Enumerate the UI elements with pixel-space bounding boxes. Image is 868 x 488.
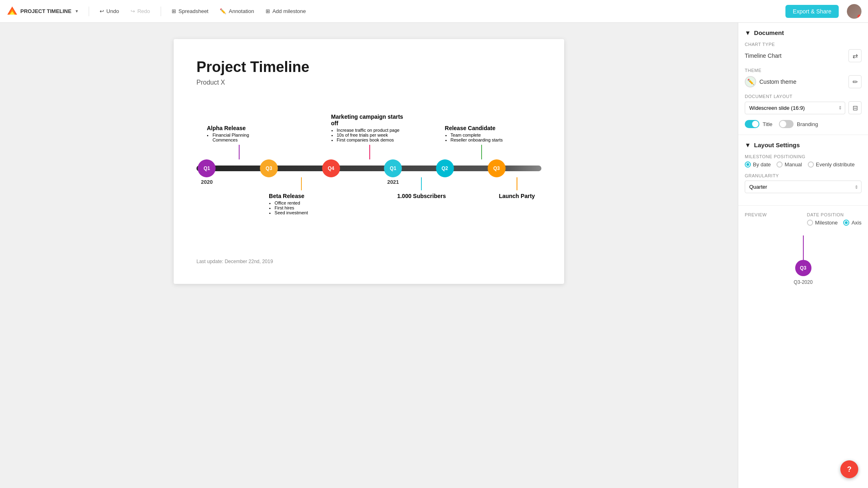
milestone-q4-2020[interactable]: Q4 (322, 159, 340, 177)
alpha-items: Financial Planning Commences (207, 133, 272, 142)
rc-item-1: Team complete (451, 133, 518, 137)
app-title-arrow[interactable]: ▼ (75, 9, 79, 13)
redo-label: Redo (137, 8, 150, 14)
branding-toggle-knob (780, 121, 786, 127)
divider-1 (89, 7, 89, 16)
marketing-title: Marketing campaign starts off (331, 113, 408, 126)
canvas-area[interactable]: Project Timeline Product X Alpha Release… (0, 23, 738, 488)
spreadsheet-button[interactable]: ⊞ Spreadsheet (168, 6, 213, 17)
app-logo[interactable]: PROJECT TIMELINE ▼ (7, 6, 79, 17)
beta-item-2: First hires (275, 205, 334, 210)
above-events: Alpha Release Financial Planning Commenc… (196, 98, 541, 159)
logo-icon (7, 6, 18, 17)
theme-row: ✏️ Custom theme ✏ (745, 75, 861, 88)
above-event-rc: Release Candidate Team complete Reseller… (445, 125, 518, 159)
radio-by-date-label: By date (753, 161, 771, 168)
help-button[interactable]: ? (840, 460, 858, 478)
beta-connector (301, 177, 302, 190)
radio-by-date[interactable]: By date (745, 161, 771, 168)
radio-evenly-distribute[interactable]: Evenly distribute (808, 161, 855, 168)
above-event-alpha: Alpha Release Financial Planning Commenc… (207, 125, 272, 159)
marketing-item-2: 10s of free trials per week (337, 133, 408, 137)
milestone-positioning-label: Milestone positioning (745, 154, 861, 159)
theme-edit-button[interactable]: ✏ (848, 75, 861, 88)
below-event-beta: Beta Release Office rented First hires S… (269, 177, 334, 215)
add-milestone-label: Add milestone (273, 8, 306, 14)
below-event-subscribers: 1.000 Subscribers (393, 177, 450, 199)
preview-col: Preview (745, 212, 767, 217)
marketing-item-3: First companies book demos (337, 137, 408, 142)
milestone-q1-2021[interactable]: Q1 (384, 159, 402, 177)
theme-label-row: ✏️ Custom theme (745, 76, 796, 87)
subscribers-title: 1.000 Subscribers (393, 193, 450, 199)
document-layout-label: Document layout (745, 94, 861, 99)
layout-settings-label: Layout Settings (754, 142, 800, 148)
slide-footer: Last update: December 22nd, 2019 (196, 259, 541, 264)
layout-settings-header[interactable]: ▼ Layout Settings (745, 142, 861, 148)
marketing-text: Marketing campaign starts off Increase t… (331, 113, 408, 142)
radio-axis-pos[interactable]: Axis (843, 220, 861, 226)
spreadsheet-label: Spreadsheet (179, 8, 209, 14)
subscribers-text: 1.000 Subscribers (393, 193, 450, 199)
rc-items: Team complete Reseller onboarding starts (445, 133, 518, 142)
document-layout-select[interactable]: Widescreen slide (16:9) Standard slide (… (745, 102, 845, 114)
chart-type-row: Timeline Chart ⇄ (745, 49, 861, 62)
chart-type-label: Chart type (745, 42, 861, 47)
document-chevron-icon: ▼ (745, 29, 751, 36)
milestone-q1-2020[interactable]: Q1 (198, 159, 216, 177)
undo-button[interactable]: ↩ Undo (96, 6, 123, 17)
layout-grid-button[interactable]: ⊟ (848, 101, 861, 114)
document-layout-select-wrapper: Widescreen slide (16:9) Standard slide (… (745, 102, 845, 114)
date-position-col: Date position Milestone Axis (807, 212, 861, 226)
above-event-marketing: Marketing campaign starts off Increase t… (331, 113, 408, 159)
milestone-q3-2020[interactable]: Q3 (260, 159, 278, 177)
chart-type-swap-button[interactable]: ⇄ (848, 49, 861, 62)
launch-text: Launch Party (497, 193, 537, 199)
document-section: ▼ Document Chart type Timeline Chart ⇄ T… (738, 23, 868, 135)
undo-icon: ↩ (100, 8, 104, 14)
date-position-label: Date position (807, 212, 861, 217)
branding-toggle[interactable] (779, 120, 794, 128)
beta-text: Beta Release Office rented First hires S… (269, 193, 334, 215)
export-button[interactable]: Export & Share (785, 5, 839, 18)
document-layout-row: Widescreen slide (16:9) Standard slide (… (745, 101, 861, 114)
right-panel: ▼ Document Chart type Timeline Chart ⇄ T… (738, 23, 868, 488)
radio-milestone-pos[interactable]: Milestone (807, 220, 838, 226)
alpha-item-1: Financial Planning Commences (212, 133, 272, 142)
granularity-field: Granularity Quarter Month Week Year ⇕ (745, 173, 861, 193)
app-title: PROJECT TIMELINE (20, 8, 72, 14)
beta-items: Office rented First hires Seed investmen… (269, 200, 334, 215)
date-label-2020: 2020 (201, 179, 213, 185)
document-layout-field: Document layout Widescreen slide (16:9) … (745, 94, 861, 114)
milestone-positioning-options: By date Manual Evenly distribute (745, 161, 861, 168)
annotation-button[interactable]: ✏️ Annotation (216, 6, 258, 17)
title-toggle[interactable] (745, 120, 759, 128)
user-avatar[interactable] (847, 4, 861, 19)
redo-button[interactable]: ↪ Redo (126, 6, 154, 17)
radio-milestone-circle (807, 220, 813, 226)
layout-settings-chevron-icon: ▼ (745, 142, 751, 148)
milestone-q2-2021[interactable]: Q2 (436, 159, 454, 177)
title-toggle-item: Title (745, 120, 772, 128)
document-section-header[interactable]: ▼ Document (745, 29, 861, 36)
granularity-select[interactable]: Quarter Month Week Year (745, 181, 861, 193)
spreadsheet-icon: ⊞ (172, 8, 176, 14)
preview-connector-line (803, 235, 804, 260)
alpha-connector (239, 145, 240, 159)
radio-axis-label: Axis (851, 220, 861, 226)
add-milestone-icon: ⊞ (266, 8, 270, 14)
divider-2 (161, 7, 161, 16)
theme-name: Custom theme (759, 78, 796, 85)
radio-manual[interactable]: Manual (776, 161, 802, 168)
marketing-items: Increase traffic on product page 10s of … (331, 128, 408, 142)
beta-item-3: Seed investment (275, 210, 334, 215)
preview-date: Q3-2020 (794, 279, 813, 285)
add-milestone-button[interactable]: ⊞ Add milestone (262, 6, 310, 17)
alpha-text: Alpha Release Financial Planning Commenc… (207, 125, 272, 142)
launch-connector (517, 177, 517, 190)
beta-item-1: Office rented (275, 200, 334, 205)
radio-milestone-label: Milestone (815, 220, 838, 226)
preview-canvas: Q3 Q3-2020 (745, 229, 861, 292)
milestone-q3-2021[interactable]: Q3 (488, 159, 506, 177)
launch-title: Launch Party (497, 193, 537, 199)
